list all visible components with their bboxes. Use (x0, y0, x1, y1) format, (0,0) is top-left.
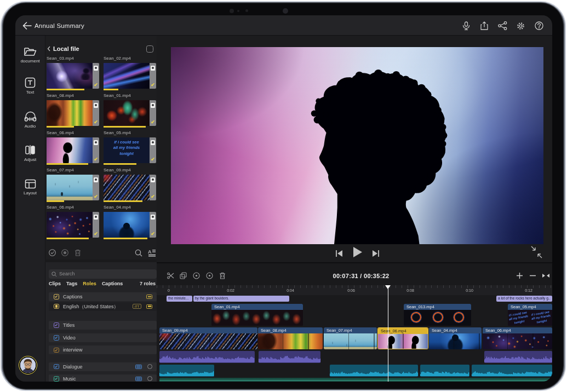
svg-text:A: A (148, 249, 152, 255)
